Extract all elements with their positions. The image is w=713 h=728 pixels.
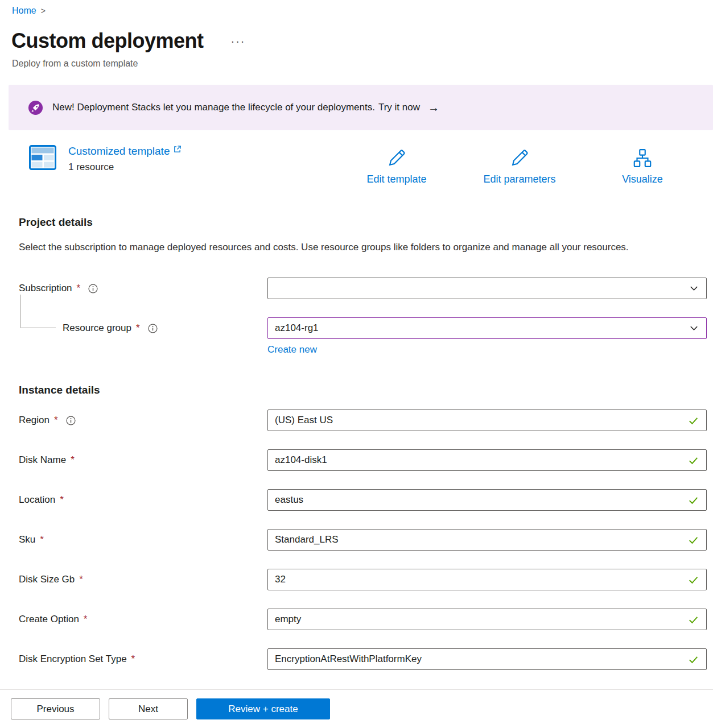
subscription-select[interactable] [267, 278, 707, 299]
chevron-down-icon [689, 283, 699, 294]
pencil-icon [509, 147, 530, 169]
pencil-icon [386, 147, 407, 169]
wizard-footer: Previous Next Review + create [0, 689, 713, 728]
resource-group-label: Resource group [63, 322, 131, 334]
valid-check-icon [687, 494, 699, 506]
page-subtitle: Deploy from a custom template [12, 57, 713, 70]
location-label: Location [19, 494, 55, 506]
edit-template-button[interactable]: Edit template [348, 147, 445, 185]
template-summary: Customized template 1 resource Edit temp… [0, 145, 713, 195]
banner-message: New! Deployment Stacks let you manage th… [52, 102, 375, 113]
location-input[interactable]: eastus [267, 489, 707, 511]
disk-name-input[interactable]: az104-disk1 [267, 449, 707, 471]
disk-size-label: Disk Size Gb [19, 574, 75, 585]
rocket-icon [28, 100, 43, 115]
page-title: Custom deployment [11, 28, 204, 53]
required-asterisk: * [77, 283, 81, 294]
external-link-icon [173, 145, 182, 154]
disk-encryption-set-type-label: Disk Encryption Set Type [19, 653, 127, 665]
disk-encryption-set-type-input[interactable]: EncryptionAtRestWithPlatformKey [267, 648, 707, 670]
template-resource-count: 1 resource [68, 162, 182, 173]
review-create-button[interactable]: Review + create [196, 698, 330, 719]
required-asterisk: * [60, 494, 64, 506]
info-icon[interactable] [148, 324, 158, 333]
required-asterisk: * [71, 454, 75, 466]
instance-details-heading: Instance details [19, 383, 707, 398]
disk-name-label: Disk Name [19, 454, 66, 466]
valid-check-icon [687, 574, 699, 586]
customized-template-link[interactable]: Customized template [68, 145, 182, 158]
required-asterisk: * [79, 574, 83, 585]
valid-check-icon [687, 653, 699, 665]
required-asterisk: * [84, 614, 88, 625]
disk-size-input[interactable]: 32 [267, 569, 707, 590]
create-option-input[interactable]: empty [267, 609, 707, 630]
required-asterisk: * [54, 415, 58, 426]
region-label: Region [19, 415, 50, 426]
banner-try-it-now-link[interactable]: Try it now [378, 102, 420, 113]
info-icon[interactable] [66, 416, 76, 425]
project-details-heading: Project details [19, 216, 707, 229]
required-asterisk: * [40, 534, 44, 545]
sku-input[interactable]: Standard_LRS [267, 529, 707, 551]
valid-check-icon [687, 614, 699, 626]
subscription-label: Subscription [19, 283, 72, 294]
flowchart-icon [632, 147, 653, 169]
breadcrumb: Home > [0, 0, 713, 16]
template-icon [29, 145, 56, 170]
edit-parameters-button[interactable]: Edit parameters [471, 147, 568, 185]
required-asterisk: * [131, 653, 135, 665]
announcement-banner: New! Deployment Stacks let you manage th… [9, 85, 713, 130]
valid-check-icon [687, 415, 699, 427]
region-input[interactable]: (US) East US [267, 410, 707, 431]
required-asterisk: * [136, 322, 140, 334]
valid-check-icon [687, 454, 699, 466]
create-new-link[interactable]: Create new [267, 344, 317, 355]
visualize-button[interactable]: Visualize [594, 147, 691, 185]
previous-button[interactable]: Previous [11, 698, 100, 719]
project-details-description: Select the subscription to manage deploy… [19, 238, 673, 256]
info-icon[interactable] [88, 284, 98, 293]
sku-label: Sku [19, 534, 35, 545]
custom-deployment-page: Home > Custom deployment ··· Deploy from… [0, 0, 713, 728]
resource-group-select[interactable]: az104-rg1 [267, 317, 707, 339]
chevron-down-icon [689, 323, 699, 334]
arrow-right-icon[interactable]: → [428, 101, 439, 114]
create-option-label: Create Option [19, 614, 79, 625]
resource-group-tree-connector [20, 295, 56, 328]
breadcrumb-separator-icon: > [41, 6, 46, 15]
next-button[interactable]: Next [109, 698, 188, 719]
breadcrumb-home-link[interactable]: Home [12, 6, 36, 16]
more-options-icon[interactable]: ··· [231, 35, 246, 48]
valid-check-icon [687, 534, 699, 546]
